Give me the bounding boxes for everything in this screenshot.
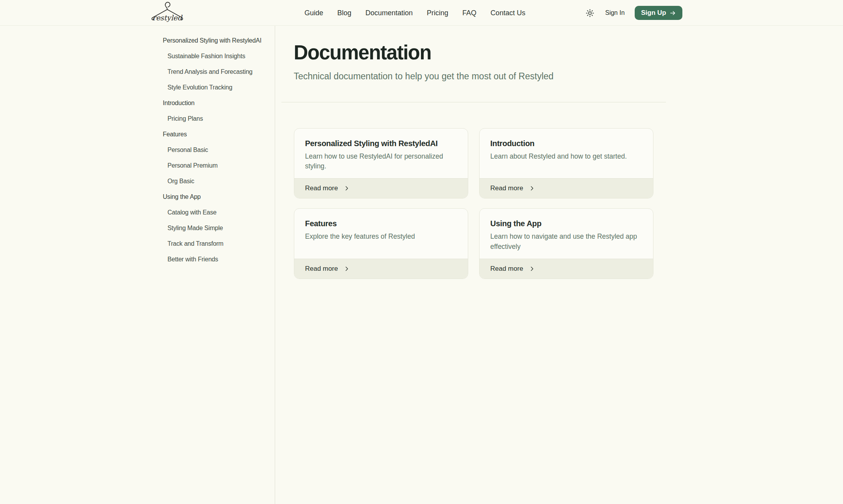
sidebar-section-personalized-styling[interactable]: Personalized Styling with RestyledAI <box>161 33 275 48</box>
nav-link-pricing[interactable]: Pricing <box>427 9 448 17</box>
restyled-logo[interactable]: restyled <box>150 1 184 25</box>
docs-card-grid: Personalized Styling with RestyledAI Lea… <box>294 128 653 279</box>
card-body: Features Explore the key features of Res… <box>294 209 468 248</box>
hanger-logo-icon: restyled <box>150 1 184 25</box>
sidebar-item-sustainable-fashion-insights[interactable]: Sustainable Fashion Insights <box>161 48 275 64</box>
page-subtitle: Technical documentation to help you get … <box>294 71 653 82</box>
sidebar-item-trend-analysis-and-forecasting[interactable]: Trend Analysis and Forecasting <box>161 64 275 80</box>
sidebar-section-introduction[interactable]: Introduction <box>161 95 275 111</box>
sidebar-item-pricing-plans[interactable]: Pricing Plans <box>161 111 275 127</box>
read-more-label: Read more <box>490 184 523 192</box>
read-more-label: Read more <box>305 184 338 192</box>
sidebar-section-using-the-app[interactable]: Using the App <box>161 189 275 205</box>
card-title: Introduction <box>490 138 642 150</box>
card-title: Using the App <box>490 218 642 230</box>
top-navigation-bar: restyled Guide Blog Documentation Pricin… <box>0 0 843 26</box>
nav-link-documentation[interactable]: Documentation <box>365 9 413 17</box>
page-title: Documentation <box>294 41 653 64</box>
sun-icon <box>586 9 594 17</box>
arrow-right-icon <box>669 10 676 16</box>
card-description: Learn how to use RestyledAI for personal… <box>305 152 457 172</box>
chevron-right-icon <box>344 185 350 191</box>
read-more-link-introduction[interactable]: Read more <box>480 178 653 198</box>
card-title: Personalized Styling with RestyledAI <box>305 138 457 150</box>
nav-link-faq[interactable]: FAQ <box>462 9 476 17</box>
read-more-link-personalized-styling[interactable]: Read more <box>294 178 468 198</box>
card-body: Using the App Learn how to navigate and … <box>480 209 653 259</box>
card-description: Learn how to navigate and use the Restyl… <box>490 232 642 252</box>
theme-toggle-button[interactable] <box>585 8 595 18</box>
read-more-link-using-the-app[interactable]: Read more <box>480 259 653 279</box>
primary-nav: Guide Blog Documentation Pricing FAQ Con… <box>304 0 525 26</box>
nav-link-contact-us[interactable]: Contact Us <box>490 9 525 17</box>
card-using-the-app: Using the App Learn how to navigate and … <box>479 208 653 279</box>
header-actions: Sign In Sign Up <box>585 6 682 20</box>
sidebar-section-features[interactable]: Features <box>161 127 275 142</box>
read-more-link-features[interactable]: Read more <box>294 259 468 279</box>
card-title: Features <box>305 218 457 230</box>
sidebar-item-org-basic[interactable]: Org Basic <box>161 173 275 189</box>
read-more-label: Read more <box>305 265 338 273</box>
card-introduction: Introduction Learn about Restyled and ho… <box>479 128 653 199</box>
card-personalized-styling: Personalized Styling with RestyledAI Lea… <box>294 128 468 199</box>
card-description: Explore the key features of Restyled <box>305 232 457 241</box>
docs-main-content: Documentation Technical documentation to… <box>275 26 682 504</box>
chevron-right-icon <box>344 266 350 272</box>
sidebar-item-personal-basic[interactable]: Personal Basic <box>161 142 275 158</box>
sidebar-item-track-and-transform[interactable]: Track and Transform <box>161 236 275 252</box>
card-features: Features Explore the key features of Res… <box>294 208 468 279</box>
sidebar-item-styling-made-simple[interactable]: Styling Made Simple <box>161 220 275 236</box>
content-divider <box>281 102 666 102</box>
docs-sidebar: Personalized Styling with RestyledAI Sus… <box>161 26 275 504</box>
sign-in-link[interactable]: Sign In <box>605 9 625 16</box>
card-body: Personalized Styling with RestyledAI Lea… <box>294 129 468 179</box>
sidebar-item-style-evolution-tracking[interactable]: Style Evolution Tracking <box>161 80 275 95</box>
sidebar-item-personal-premium[interactable]: Personal Premium <box>161 158 275 173</box>
sidebar-item-catalog-with-ease[interactable]: Catalog with Ease <box>161 205 275 220</box>
sidebar-item-better-with-friends[interactable]: Better with Friends <box>161 252 275 267</box>
chevron-right-icon <box>529 266 535 272</box>
sign-up-label: Sign Up <box>641 9 666 17</box>
docs-sidebar-list: Personalized Styling with RestyledAI Sus… <box>161 33 275 267</box>
nav-link-blog[interactable]: Blog <box>337 9 351 17</box>
nav-link-guide[interactable]: Guide <box>304 9 323 17</box>
svg-text:restyled: restyled <box>152 14 183 22</box>
chevron-right-icon <box>529 185 535 191</box>
read-more-label: Read more <box>490 265 523 273</box>
card-body: Introduction Learn about Restyled and ho… <box>480 129 653 168</box>
card-description: Learn about Restyled and how to get star… <box>490 152 642 161</box>
sign-up-button[interactable]: Sign Up <box>635 6 682 20</box>
